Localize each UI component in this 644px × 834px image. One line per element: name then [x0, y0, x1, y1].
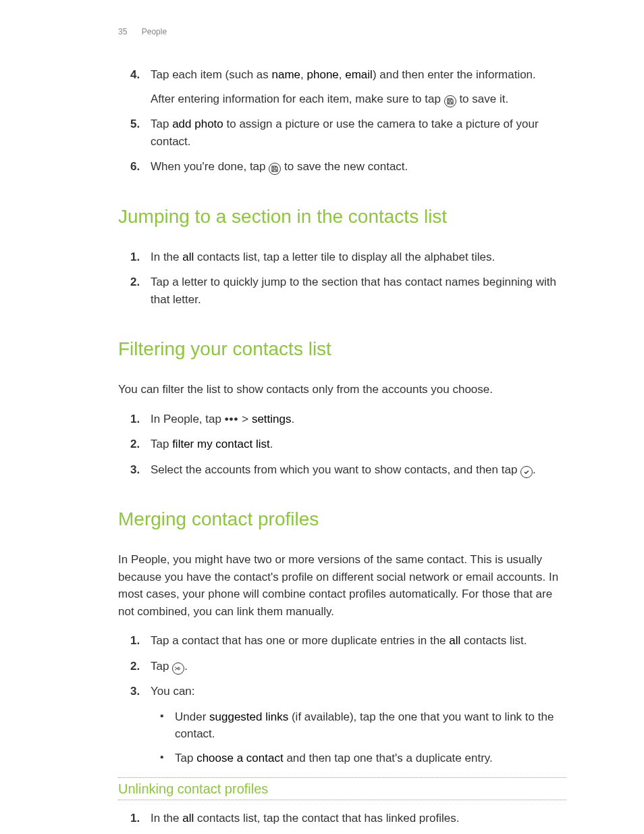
page-number: 35: [118, 27, 127, 36]
heading-filtering: Filtering your contacts list: [118, 335, 566, 363]
step-number: 5.: [130, 115, 140, 133]
merging-step-2: 2. Tap .: [148, 658, 566, 675]
merging-intro: In People, you might have two or more ve…: [118, 551, 566, 620]
merging-bullet-2: Tap choose a contact and then tap one th…: [175, 750, 566, 767]
step-number: 1.: [130, 632, 140, 650]
all-label: all: [182, 812, 194, 825]
filtering-step-3: 3. Select the accounts from which you wa…: [148, 461, 566, 479]
checkmark-icon: [520, 466, 533, 478]
unlinking-step-1: 1. In the all contacts list, tap the con…: [148, 810, 566, 827]
page-header: 35 People: [118, 26, 566, 38]
save-icon: [444, 95, 456, 107]
save-icon: [269, 163, 281, 175]
all-label: all: [182, 251, 194, 263]
phone-label: phone: [307, 68, 339, 81]
unlinking-steps: 1. In the all contacts list, tap the con…: [118, 810, 566, 834]
step-number: 4.: [130, 66, 140, 84]
step-6: 6. When you're done, tap to save the new…: [148, 158, 566, 176]
intro-steps: 4. Tap each item (such as name, phone, e…: [118, 66, 566, 176]
name-label: name: [272, 68, 301, 81]
filtering-step-1: 1. In People, tap ••• > settings.: [148, 411, 566, 428]
step-4-sub: After entering information for each item…: [151, 90, 566, 108]
choose-contact-label: choose a contact: [196, 752, 284, 764]
jumping-step-1: 1. In the all contacts list, tap a lette…: [148, 249, 566, 266]
filtering-step-2: 2. Tap filter my contact list.: [148, 436, 566, 453]
settings-label: settings: [252, 413, 292, 425]
filter-label: filter my contact list: [172, 438, 270, 450]
step-number: 1.: [130, 249, 140, 266]
document-page: 35 People 4. Tap each item (such as name…: [0, 0, 644, 834]
step-4: 4. Tap each item (such as name, phone, e…: [148, 66, 566, 107]
more-icon: •••: [225, 413, 239, 425]
link-icon: [172, 662, 184, 675]
all-label: all: [449, 634, 460, 647]
step-number: 2.: [130, 658, 140, 675]
merging-step-1: 1. Tap a contact that has one or more du…: [148, 632, 566, 650]
heading-unlinking: Unlinking contact profiles: [118, 777, 566, 800]
step-number: 6.: [130, 158, 140, 176]
merging-steps: 1. Tap a contact that has one or more du…: [118, 632, 566, 766]
merging-bullets: Under suggested links (if available), ta…: [151, 708, 566, 767]
email-label: email: [345, 68, 373, 81]
filtering-intro: You can filter the list to show contacts…: [118, 381, 566, 398]
filtering-steps: 1. In People, tap ••• > settings. 2. Tap…: [118, 411, 566, 479]
step-5: 5. Tap add photo to assign a picture or …: [148, 115, 566, 150]
merging-bullet-1: Under suggested links (if available), ta…: [175, 708, 566, 743]
step-number: 2.: [130, 273, 140, 291]
step-number: 1.: [130, 411, 140, 428]
jumping-step-2: 2. Tap a letter to quickly jump to the s…: [148, 273, 566, 308]
add-photo-label: add photo: [172, 118, 223, 130]
heading-jumping: Jumping to a section in the contacts lis…: [118, 203, 566, 231]
suggested-links-label: suggested links: [209, 710, 288, 723]
heading-merging: Merging contact profiles: [118, 505, 566, 533]
jumping-steps: 1. In the all contacts list, tap a lette…: [118, 249, 566, 309]
step-number: 3.: [130, 461, 140, 479]
step-number: 1.: [130, 810, 140, 827]
section-name: People: [142, 27, 167, 36]
step-number: 3.: [130, 683, 140, 700]
merging-step-3: 3. You can: Under suggested links (if av…: [148, 683, 566, 766]
step-number: 2.: [130, 436, 140, 453]
